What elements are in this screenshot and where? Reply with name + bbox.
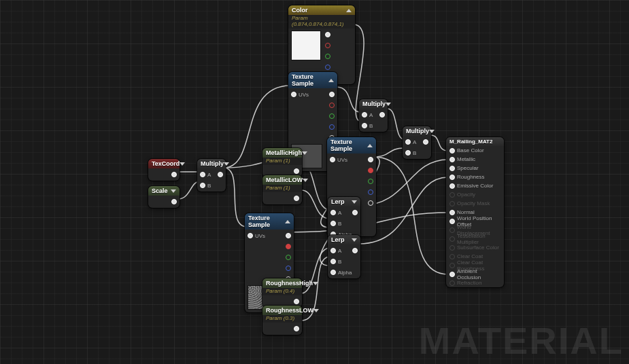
node-header[interactable]: Scale xyxy=(148,186,180,196)
output-pin-b[interactable] xyxy=(368,189,373,195)
output-pin[interactable] xyxy=(294,168,299,174)
output-pin-g[interactable] xyxy=(286,255,291,260)
node-header[interactable]: TexCoord xyxy=(148,159,180,168)
input-pin-uvs[interactable] xyxy=(330,157,335,162)
output-pin-r[interactable] xyxy=(325,43,330,48)
collapse-icon[interactable] xyxy=(328,79,334,82)
output-pin-b[interactable] xyxy=(329,124,335,130)
node-header[interactable]: Color xyxy=(288,5,355,15)
pin-label: UVs xyxy=(255,233,265,239)
input-pin-b[interactable] xyxy=(405,150,411,156)
input-pin-uvs[interactable] xyxy=(291,92,296,97)
result-pin-specular[interactable]: Specular xyxy=(446,164,504,172)
output-pin[interactable] xyxy=(171,199,177,204)
node-header[interactable]: Lerp xyxy=(328,235,360,244)
node-scale[interactable]: Scale xyxy=(148,186,180,208)
collapse-icon[interactable] xyxy=(367,144,373,147)
output-pin[interactable] xyxy=(423,139,428,145)
result-pin-ambient-occlusion[interactable]: Ambient Occlusion xyxy=(446,270,504,278)
node-header[interactable]: Multiply xyxy=(359,99,388,109)
collapse-icon[interactable] xyxy=(346,9,352,12)
input-pin-uvs[interactable] xyxy=(248,233,253,238)
collapse-icon[interactable] xyxy=(352,238,357,242)
input-pin[interactable] xyxy=(449,183,455,189)
input-pin-b[interactable] xyxy=(362,123,367,128)
output-pin-rgb[interactable] xyxy=(368,157,373,162)
node-lerp-1[interactable]: Lerp A B Alpha xyxy=(328,197,360,240)
node-header[interactable]: Texture Sample xyxy=(327,137,376,153)
output-pin[interactable] xyxy=(218,172,223,177)
node-metallic-high[interactable]: MetallicHigh Param (1) xyxy=(262,148,302,177)
result-pin-base-color[interactable]: Base Color xyxy=(446,146,504,155)
output-pin-g[interactable] xyxy=(329,113,335,119)
collapse-icon[interactable] xyxy=(303,179,308,182)
input-pin-a[interactable] xyxy=(405,139,411,145)
input-pin-a[interactable] xyxy=(330,248,336,253)
output-pin-rgb[interactable] xyxy=(286,233,291,238)
node-header[interactable]: Multiply xyxy=(197,159,226,168)
output-pin-g[interactable] xyxy=(368,179,373,184)
output-pin-b[interactable] xyxy=(286,266,291,271)
input-pin[interactable] xyxy=(449,148,455,153)
node-header[interactable]: RoughnessHigh xyxy=(262,278,302,288)
input-pin-a[interactable] xyxy=(200,172,205,177)
collapse-icon[interactable] xyxy=(171,189,176,193)
collapse-icon[interactable] xyxy=(313,309,319,312)
node-multiply-3[interactable]: Multiply A B xyxy=(403,126,431,159)
output-pin[interactable] xyxy=(171,172,177,177)
node-header[interactable]: Lerp xyxy=(328,197,360,206)
result-pin-emissive-color[interactable]: Emissive Color xyxy=(446,181,504,190)
result-header[interactable]: M_Railing_MAT2 xyxy=(446,137,504,146)
input-pin[interactable] xyxy=(449,175,455,180)
input-pin-a[interactable] xyxy=(362,112,367,117)
collapse-icon[interactable] xyxy=(352,200,357,204)
output-pin[interactable] xyxy=(352,210,358,215)
result-pin-metallic[interactable]: Metallic xyxy=(446,155,504,164)
input-pin[interactable] xyxy=(449,210,455,215)
output-pin-rgb[interactable] xyxy=(329,92,335,97)
output-pin[interactable] xyxy=(352,248,358,253)
output-pin-b[interactable] xyxy=(325,65,330,70)
node-roughness-high[interactable]: RoughnessHigh Param (0.4) xyxy=(262,278,302,308)
node-header[interactable]: MetallicLOW xyxy=(262,175,302,185)
output-pin-g[interactable] xyxy=(325,54,330,59)
output-pin-r[interactable] xyxy=(286,244,291,249)
output-pin[interactable] xyxy=(294,299,299,304)
node-metallic-low[interactable]: MetallicLOW Param (1) xyxy=(262,175,302,204)
output-pin[interactable] xyxy=(325,32,330,37)
collapse-icon[interactable] xyxy=(285,220,290,223)
input-pin-alpha[interactable] xyxy=(330,270,336,275)
collapse-icon[interactable] xyxy=(180,162,185,166)
input-pin-b[interactable] xyxy=(330,259,336,264)
collapse-icon[interactable] xyxy=(429,130,435,133)
output-pin[interactable] xyxy=(294,196,299,201)
collapse-icon[interactable] xyxy=(224,162,229,166)
input-pin-b[interactable] xyxy=(330,221,336,226)
input-pin-a[interactable] xyxy=(330,210,336,215)
node-header[interactable]: Texture Sample xyxy=(245,213,294,230)
output-pin-r[interactable] xyxy=(329,103,335,108)
input-pin[interactable] xyxy=(449,166,455,171)
node-header[interactable]: RoughnessLOW xyxy=(262,306,302,315)
node-header[interactable]: Texture Sample xyxy=(288,72,337,88)
collapse-icon[interactable] xyxy=(313,282,318,285)
node-texcoord[interactable]: TexCoord xyxy=(148,159,180,181)
result-node[interactable]: M_Railing_MAT2 Base ColorMetallicSpecula… xyxy=(446,137,504,287)
node-roughness-low[interactable]: RoughnessLOW Param (0.3) xyxy=(262,306,302,335)
node-multiply-2[interactable]: Multiply A B xyxy=(359,99,388,132)
result-pin-roughness[interactable]: Roughness xyxy=(446,172,504,181)
input-pin[interactable] xyxy=(449,219,455,224)
input-pin-b[interactable] xyxy=(200,183,205,188)
node-header[interactable]: Multiply xyxy=(403,126,431,136)
output-pin-r[interactable] xyxy=(368,168,373,173)
input-pin[interactable] xyxy=(449,157,455,162)
output-pin[interactable] xyxy=(294,326,299,331)
collapse-icon[interactable] xyxy=(302,151,307,155)
output-pin-a[interactable] xyxy=(368,200,373,206)
collapse-icon[interactable] xyxy=(386,103,391,106)
output-pin[interactable] xyxy=(379,112,385,117)
node-lerp-2[interactable]: Lerp A B Alpha xyxy=(328,235,360,278)
node-multiply-1[interactable]: Multiply A B xyxy=(197,159,226,192)
input-pin[interactable] xyxy=(449,272,455,277)
node-header[interactable]: MetallicHigh xyxy=(262,148,302,158)
